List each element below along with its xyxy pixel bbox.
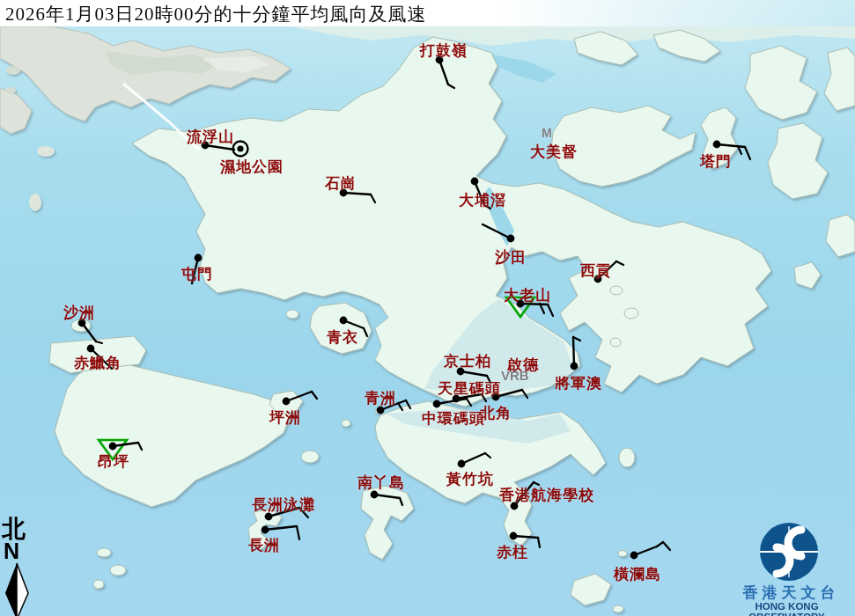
wind-barb-feather	[467, 399, 471, 406]
station-cheung-chau	[262, 526, 299, 539]
wind-barb-feather	[522, 390, 527, 398]
wind-barb-shaft	[91, 348, 112, 369]
station-dot	[511, 502, 519, 510]
wind-barb-shaft	[514, 482, 534, 506]
wind-barb-feather	[299, 508, 308, 517]
wind-barb-shaft	[496, 390, 522, 397]
station-shek-kong	[340, 189, 375, 202]
wind-barb-shaft	[717, 144, 745, 147]
station-stanley	[510, 532, 540, 547]
wind-barb-feather	[297, 526, 299, 539]
wind-barb-feather	[657, 542, 663, 546]
wind-barb-feather	[485, 453, 490, 458]
wind-barb-shaft	[483, 224, 511, 238]
station-dot	[433, 400, 441, 408]
wind-barb-shaft	[461, 371, 487, 376]
calm-wind-center-dot	[237, 145, 243, 151]
wind-map: 打鼓嶺流浮山濕地公園石崗大埔滘大美督塔門沙田西貢屯門大老山沙洲青衣赤鱲角京士柏啟…	[0, 0, 855, 616]
station-dot	[458, 460, 466, 468]
station-dot	[371, 491, 379, 499]
station-dot	[457, 368, 465, 376]
wind-barb-feather	[138, 443, 142, 450]
wind-barb-feather	[482, 394, 486, 401]
station-dot	[283, 398, 291, 406]
wind-barb-shaft	[573, 337, 574, 366]
wind-barb-feather	[364, 328, 367, 336]
station-green-island	[377, 400, 410, 414]
wind-barb-feather	[484, 205, 490, 209]
wind-barb-feather	[538, 538, 540, 547]
wind-barb-feather	[663, 542, 670, 550]
wind-barb-shaft	[286, 392, 312, 401]
hko-name-english: HONG KONG OBSERVATORY	[719, 601, 855, 616]
station-sha-chau	[78, 319, 102, 343]
station-dot	[78, 319, 86, 327]
wind-barb-feather	[398, 403, 402, 410]
wind-barb-shaft	[461, 453, 485, 464]
station-dot	[571, 363, 579, 370]
station-tai-po-kau	[471, 178, 490, 209]
station-tsing-yi	[340, 317, 367, 336]
wind-barb-feather	[487, 376, 490, 383]
station-lamma-island	[371, 491, 402, 505]
station-wetland-park	[233, 142, 248, 157]
station-tuen-mun	[192, 254, 202, 283]
station-hk-sea-school	[511, 482, 539, 510]
wind-barb-feather	[406, 400, 410, 408]
wind-barb-shaft	[520, 304, 548, 304]
station-dot	[594, 275, 602, 283]
station-dot	[630, 552, 638, 560]
station-dot	[265, 513, 273, 521]
station-chek-lap-kok	[87, 345, 112, 369]
wind-barb-shaft	[265, 526, 297, 530]
wind-barb-shaft	[343, 193, 371, 194]
wind-barb-shaft	[269, 508, 299, 517]
north-chinese-label: 北	[2, 517, 33, 540]
station-dot	[713, 141, 721, 149]
station-wong-chuk-hang	[458, 453, 490, 467]
map-title: 2026年1月03日20時00分的十分鐘平均風向及風速	[5, 2, 427, 26]
hko-logo: 香港天文台 HONG KONG OBSERVATORY	[731, 514, 855, 616]
station-dot	[510, 532, 518, 540]
wind-barb-feather	[400, 498, 402, 505]
north-indicator: 北 N	[2, 517, 33, 616]
station-dot	[87, 345, 95, 353]
station-central-pier	[433, 399, 471, 407]
station-cheung-chau-beach	[265, 508, 308, 520]
station-dot	[492, 393, 500, 401]
wind-barb-shaft	[205, 145, 234, 150]
north-letter-label: N	[4, 540, 33, 561]
station-kings-park	[457, 368, 490, 383]
wind-barb-shaft	[192, 258, 198, 283]
station-dot	[507, 235, 515, 243]
station-tap-mun	[713, 141, 750, 159]
station-dot	[340, 317, 348, 325]
wind-barb-feather	[745, 147, 750, 159]
wind-barb-shaft	[437, 399, 467, 404]
station-waglan-island	[630, 542, 670, 559]
station-tseung-kwan-o	[571, 337, 580, 370]
wind-barb-feather	[548, 304, 553, 316]
station-lau-fau-shan	[202, 142, 234, 150]
station-dot	[436, 56, 444, 64]
station-dot	[195, 254, 203, 262]
wind-barb-feather	[448, 84, 454, 88]
station-dot	[202, 142, 210, 150]
station-dot	[377, 407, 385, 414]
station-north-point	[492, 390, 527, 400]
wind-barb-feather	[534, 482, 539, 485]
station-ngong-ping	[99, 440, 142, 459]
station-peng-chau	[283, 392, 317, 405]
station-dot	[109, 443, 117, 451]
wind-barb-shaft	[456, 394, 482, 399]
station-sha-tin	[483, 224, 514, 242]
wind-barb-feather	[96, 341, 102, 343]
station-dot	[471, 178, 479, 186]
station-tates-cairn	[506, 297, 553, 317]
wind-barb-feather	[616, 261, 623, 265]
station-dot	[517, 300, 525, 308]
wind-barb-feather	[312, 392, 317, 399]
wind-barb-layer	[0, 0, 855, 616]
compass-needle-icon	[2, 561, 33, 616]
station-dot	[340, 189, 348, 197]
